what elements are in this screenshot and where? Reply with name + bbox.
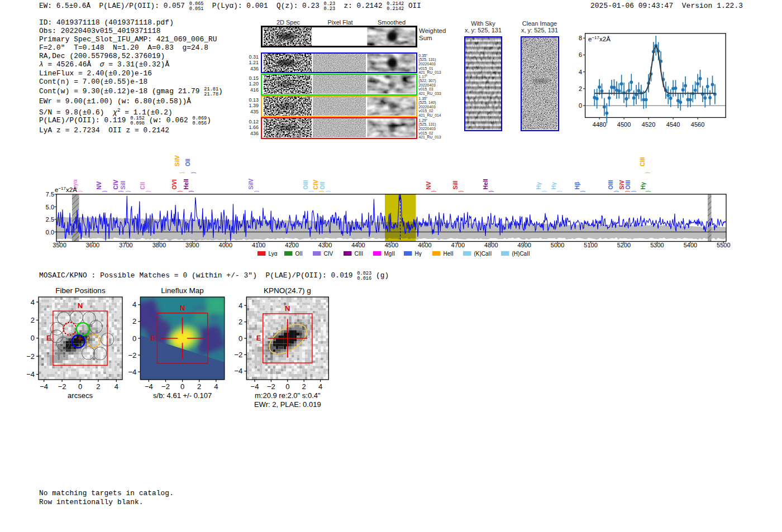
svg-text:−2: −2 bbox=[267, 382, 275, 391]
svg-text:N: N bbox=[285, 304, 290, 313]
svg-text:{: { bbox=[254, 191, 260, 193]
svg-text:4: 4 bbox=[214, 382, 218, 391]
svg-text:HeII: HeII bbox=[444, 251, 454, 257]
svg-text:CIII: CIII bbox=[355, 251, 364, 257]
svg-text:N: N bbox=[180, 304, 185, 312]
svg-text:e−17x2Å: e−17x2Å bbox=[55, 186, 77, 194]
svg-text:CIV: CIV bbox=[312, 180, 319, 190]
svg-text:{: { bbox=[614, 191, 619, 193]
svg-text:4: 4 bbox=[115, 382, 118, 391]
svg-text:HeII: HeII bbox=[183, 179, 189, 189]
svg-text:{: { bbox=[102, 191, 108, 193]
svg-text:OIII: OIII bbox=[624, 180, 631, 189]
svg-text:Hγ: Hγ bbox=[640, 182, 646, 190]
svg-text:OIII: OIII bbox=[607, 180, 614, 189]
svg-text:2: 2 bbox=[239, 318, 242, 326]
svg-text:−4: −4 bbox=[145, 382, 153, 391]
svg-text:2.5: 2.5 bbox=[46, 216, 54, 223]
svg-text:{: { bbox=[557, 191, 562, 193]
svg-text:CIV: CIV bbox=[324, 251, 333, 257]
svg-text:7.5: 7.5 bbox=[46, 191, 54, 198]
svg-text:HeII: HeII bbox=[482, 179, 489, 189]
svg-text:{: { bbox=[645, 172, 651, 174]
svg-text:MgII: MgII bbox=[384, 251, 395, 257]
svg-text:{: { bbox=[431, 191, 437, 193]
svg-text:{: { bbox=[191, 172, 197, 174]
svg-text:{: { bbox=[118, 191, 124, 193]
svg-text:0: 0 bbox=[132, 334, 136, 343]
svg-text:E: E bbox=[256, 334, 261, 342]
svg-text:0: 0 bbox=[239, 334, 242, 343]
svg-text:arcsecs: arcsecs bbox=[68, 391, 93, 400]
svg-text:0: 0 bbox=[31, 334, 35, 342]
svg-text:{: { bbox=[126, 191, 131, 193]
svg-text:m:20.9 re:2.0" s:0.4": m:20.9 re:2.0" s:0.4" bbox=[255, 391, 321, 400]
svg-text:0: 0 bbox=[78, 382, 82, 391]
svg-text:{: { bbox=[489, 191, 494, 193]
svg-text:OII: OII bbox=[319, 181, 326, 189]
svg-text:0: 0 bbox=[180, 382, 184, 391]
svg-text:Hγ: Hγ bbox=[535, 182, 542, 190]
svg-text:CIII: CIII bbox=[639, 157, 646, 166]
svg-text:OII: OII bbox=[184, 159, 191, 166]
svg-text:−4: −4 bbox=[128, 368, 136, 376]
svg-text:NV: NV bbox=[96, 181, 102, 190]
svg-text:SiIV: SiIV bbox=[247, 179, 254, 190]
svg-text:{: { bbox=[309, 191, 314, 193]
svg-text:N: N bbox=[78, 301, 83, 310]
svg-text:2: 2 bbox=[96, 382, 100, 391]
svg-text:{: { bbox=[625, 191, 631, 193]
svg-text:5.0: 5.0 bbox=[46, 204, 54, 210]
svg-text:Hβ: Hβ bbox=[574, 181, 580, 190]
svg-text:−2: −2 bbox=[26, 352, 35, 361]
svg-text:−2: −2 bbox=[128, 351, 136, 360]
svg-text:(H)CaII: (H)CaII bbox=[512, 251, 530, 257]
svg-text:−2: −2 bbox=[58, 382, 66, 391]
svg-text:SiII: SiII bbox=[452, 181, 459, 190]
svg-text:2: 2 bbox=[31, 316, 35, 324]
svg-text:4: 4 bbox=[318, 382, 322, 391]
svg-text:0.0: 0.0 bbox=[46, 229, 54, 236]
svg-text:OIII: OIII bbox=[302, 180, 309, 189]
svg-text:{: { bbox=[631, 191, 637, 193]
svg-text:Hγ: Hγ bbox=[550, 182, 557, 190]
svg-text:0: 0 bbox=[285, 382, 289, 391]
svg-text:NV: NV bbox=[425, 181, 432, 190]
svg-text:EWr: 2, PLAE: 0.019: EWr: 2, PLAE: 0.019 bbox=[254, 400, 321, 409]
svg-text:{: { bbox=[459, 191, 464, 193]
svg-text:−2: −2 bbox=[234, 351, 242, 359]
svg-text:2: 2 bbox=[197, 382, 201, 391]
svg-text:{: { bbox=[319, 191, 325, 193]
svg-text:{: { bbox=[580, 191, 586, 193]
svg-text:{: { bbox=[542, 191, 547, 193]
svg-text:OVI: OVI bbox=[171, 179, 178, 189]
svg-text:{: { bbox=[78, 191, 83, 193]
svg-text:{: { bbox=[326, 191, 331, 193]
svg-text:{: { bbox=[146, 191, 151, 193]
svg-text:E: E bbox=[150, 334, 155, 342]
svg-text:SiIV: SiIV bbox=[174, 155, 180, 166]
svg-text:{: { bbox=[178, 191, 183, 193]
svg-text:−4: −4 bbox=[26, 370, 35, 378]
svg-text:4: 4 bbox=[31, 298, 35, 306]
svg-text:4: 4 bbox=[239, 301, 242, 310]
svg-text:−2: −2 bbox=[161, 382, 170, 391]
svg-text:4: 4 bbox=[132, 300, 136, 309]
svg-text:CII: CII bbox=[139, 182, 146, 190]
svg-text:Hγ: Hγ bbox=[415, 251, 422, 257]
svg-text:s/b: 4.61 +/- 0.107: s/b: 4.61 +/- 0.107 bbox=[153, 391, 212, 400]
svg-text:CIV: CIV bbox=[112, 180, 119, 190]
svg-text:{: { bbox=[646, 191, 651, 193]
svg-text:2: 2 bbox=[132, 317, 136, 325]
svg-text:2: 2 bbox=[302, 382, 306, 391]
svg-text:−4: −4 bbox=[234, 367, 242, 375]
svg-text:(K)CaII: (K)CaII bbox=[474, 251, 492, 257]
svg-text:Lyα: Lyα bbox=[269, 251, 278, 257]
svg-text:SiII: SiII bbox=[120, 181, 126, 190]
svg-text:{: { bbox=[189, 191, 194, 193]
svg-text:OII: OII bbox=[295, 251, 303, 257]
svg-text:−4: −4 bbox=[40, 382, 48, 391]
svg-text:{: { bbox=[180, 172, 185, 174]
svg-text:−4: −4 bbox=[251, 382, 259, 391]
